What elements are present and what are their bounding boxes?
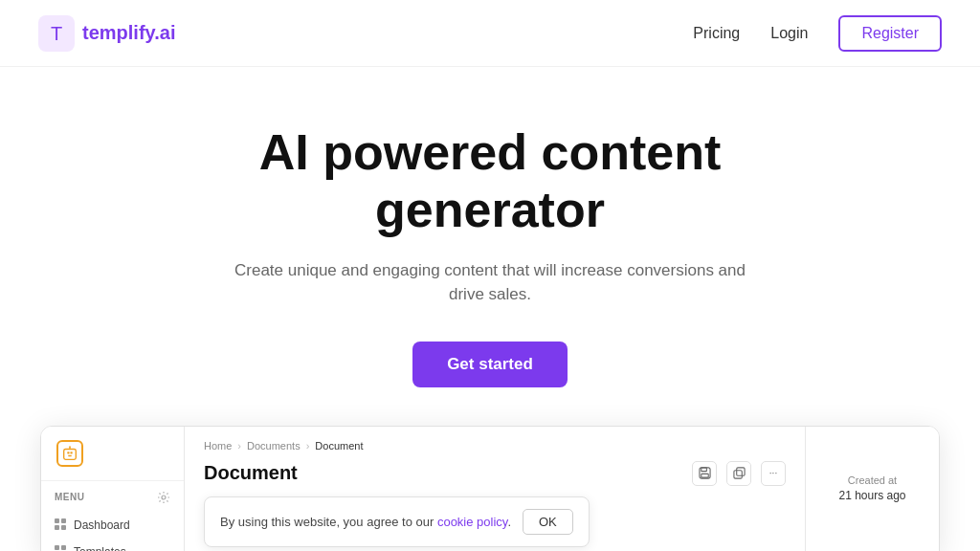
preview-sidebar: MENU Dashboard Templates (41, 427, 185, 551)
svg-rect-9 (55, 518, 59, 523)
robot-icon (56, 440, 83, 467)
templates-icon (55, 545, 66, 551)
navbar: T templify.ai Pricing Login Register (0, 0, 980, 67)
doc-title: Document (204, 462, 298, 484)
logo-icon: T (38, 15, 75, 52)
doc-header: Document ··· (204, 461, 786, 486)
hero-title: AI powered content generator (155, 124, 825, 239)
hero-subtitle: Create unique and engaging content that … (222, 258, 758, 307)
svg-rect-18 (701, 468, 706, 472)
svg-rect-10 (61, 518, 66, 523)
more-action-button[interactable]: ··· (761, 461, 786, 486)
get-started-button[interactable]: Get started (412, 342, 568, 387)
svg-rect-14 (61, 545, 66, 550)
svg-rect-4 (70, 452, 72, 453)
dashboard-label: Dashboard (74, 518, 130, 532)
created-label: Created at (819, 474, 925, 486)
svg-text:T: T (51, 23, 62, 44)
svg-rect-2 (64, 449, 77, 459)
breadcrumb: Home › Documents › Document (204, 440, 786, 452)
sidebar-menu-header: MENU (41, 491, 184, 512)
settings-icon[interactable] (157, 491, 170, 504)
breadcrumb-current: Document (315, 440, 363, 452)
preview-right-panel: Created at 21 hours ago (805, 427, 939, 551)
sidebar-item-templates[interactable]: Templates (41, 539, 184, 551)
svg-rect-19 (701, 474, 707, 478)
sidebar-item-dashboard[interactable]: Dashboard (41, 512, 184, 539)
svg-rect-12 (61, 525, 66, 530)
cookie-ok-button[interactable]: OK (523, 509, 573, 535)
save-action-button[interactable] (692, 461, 717, 486)
register-button[interactable]: Register (838, 15, 942, 52)
cookie-policy-link[interactable]: cookie policy (437, 515, 507, 529)
svg-rect-3 (67, 452, 69, 453)
templates-label: Templates (74, 545, 126, 551)
cookie-text-prefix: By using this website, you agree to our (220, 515, 437, 529)
svg-rect-13 (55, 545, 59, 550)
nav-links: Pricing Login Register (693, 15, 942, 52)
svg-point-7 (69, 446, 71, 448)
cookie-banner: By using this website, you agree to our … (204, 496, 590, 547)
app-preview: MENU Dashboard Templates (40, 426, 940, 551)
copy-action-button[interactable] (726, 461, 751, 486)
logo-text: templify.ai (82, 22, 175, 44)
breadcrumb-home: Home (204, 440, 232, 452)
login-link[interactable]: Login (770, 25, 808, 42)
preview-main: Home › Documents › Document Document ··· (185, 427, 805, 551)
cookie-period: . (507, 515, 511, 529)
doc-actions: ··· (692, 461, 786, 486)
logo[interactable]: T templify.ai (38, 15, 175, 52)
breadcrumb-sep-2: › (306, 440, 310, 452)
svg-rect-11 (55, 525, 59, 530)
svg-rect-5 (68, 454, 72, 455)
svg-point-8 (162, 496, 166, 499)
sidebar-logo-area (41, 440, 184, 481)
svg-rect-20 (736, 468, 744, 475)
cookie-text: By using this website, you agree to our … (220, 515, 511, 529)
svg-rect-21 (733, 471, 741, 478)
pricing-link[interactable]: Pricing (693, 25, 740, 42)
menu-label: MENU (55, 492, 84, 502)
dashboard-icon (55, 518, 66, 532)
breadcrumb-documents: Documents (247, 440, 301, 452)
created-time: 21 hours ago (819, 489, 925, 502)
breadcrumb-sep-1: › (237, 440, 241, 452)
hero-section: AI powered content generator Create uniq… (0, 67, 980, 551)
